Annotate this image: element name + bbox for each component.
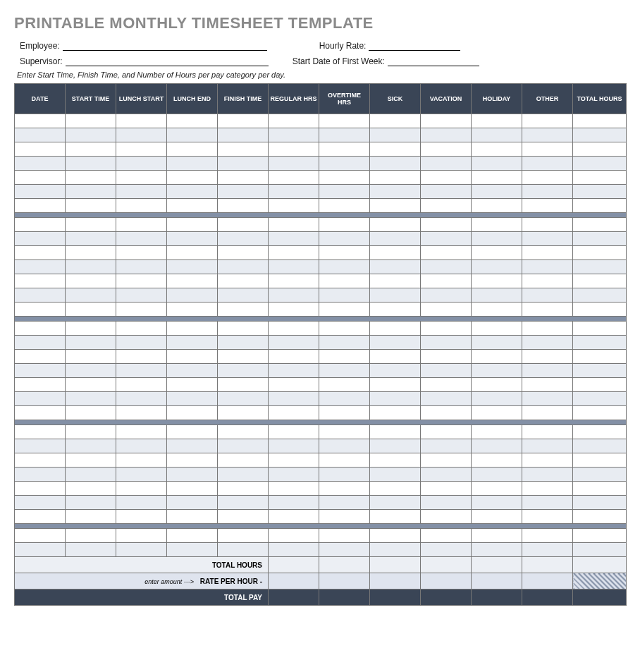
cell[interactable]	[218, 246, 269, 260]
cell[interactable]	[66, 128, 116, 142]
cell[interactable]	[522, 114, 573, 128]
cell[interactable]	[421, 406, 472, 420]
cell[interactable]	[167, 288, 218, 303]
cell[interactable]	[66, 529, 116, 543]
cell[interactable]	[522, 425, 573, 439]
cell[interactable]	[522, 185, 573, 199]
cell[interactable]	[370, 425, 421, 439]
cell[interactable]	[218, 274, 269, 288]
cell[interactable]	[269, 510, 319, 524]
cell[interactable]	[167, 336, 218, 350]
cell[interactable]	[167, 510, 218, 524]
cell[interactable]	[573, 468, 627, 482]
cell[interactable]	[116, 185, 167, 199]
cell[interactable]	[167, 322, 218, 336]
summary-cell[interactable]	[370, 557, 421, 573]
cell[interactable]	[421, 529, 472, 543]
cell[interactable]	[472, 232, 522, 246]
cell[interactable]	[167, 496, 218, 510]
cell[interactable]	[370, 322, 421, 336]
cell[interactable]	[472, 364, 522, 378]
hourly-rate-field[interactable]	[369, 41, 460, 51]
cell[interactable]	[15, 142, 66, 157]
cell[interactable]	[167, 482, 218, 496]
cell[interactable]	[116, 406, 167, 420]
cell[interactable]	[421, 232, 472, 246]
cell[interactable]	[522, 199, 573, 213]
cell[interactable]	[573, 529, 627, 543]
cell[interactable]	[269, 350, 319, 364]
cell[interactable]	[472, 453, 522, 468]
cell[interactable]	[319, 453, 370, 468]
cell[interactable]	[421, 439, 472, 453]
cell[interactable]	[167, 350, 218, 364]
cell[interactable]	[15, 157, 66, 171]
cell[interactable]	[573, 128, 627, 142]
cell[interactable]	[116, 510, 167, 524]
summary-cell[interactable]	[573, 557, 627, 573]
cell[interactable]	[370, 246, 421, 260]
cell[interactable]	[269, 425, 319, 439]
cell[interactable]	[370, 274, 421, 288]
cell[interactable]	[319, 439, 370, 453]
cell[interactable]	[15, 364, 66, 378]
cell[interactable]	[472, 425, 522, 439]
cell[interactable]	[370, 260, 421, 274]
cell[interactable]	[573, 364, 627, 378]
cell[interactable]	[218, 288, 269, 303]
cell[interactable]	[370, 199, 421, 213]
cell[interactable]	[218, 543, 269, 557]
cell[interactable]	[269, 439, 319, 453]
cell[interactable]	[370, 350, 421, 364]
cell[interactable]	[269, 288, 319, 303]
cell[interactable]	[218, 378, 269, 392]
cell[interactable]	[421, 274, 472, 288]
cell[interactable]	[66, 425, 116, 439]
cell[interactable]	[573, 288, 627, 303]
cell[interactable]	[116, 336, 167, 350]
cell[interactable]	[15, 510, 66, 524]
cell[interactable]	[319, 288, 370, 303]
cell[interactable]	[421, 142, 472, 157]
cell[interactable]	[218, 439, 269, 453]
summary-cell[interactable]	[522, 573, 573, 589]
cell[interactable]	[370, 171, 421, 185]
cell[interactable]	[269, 260, 319, 274]
cell[interactable]	[472, 260, 522, 274]
cell[interactable]	[116, 303, 167, 317]
cell[interactable]	[66, 303, 116, 317]
cell[interactable]	[66, 510, 116, 524]
cell[interactable]	[116, 274, 167, 288]
cell[interactable]	[116, 529, 167, 543]
cell[interactable]	[66, 453, 116, 468]
cell[interactable]	[573, 303, 627, 317]
cell[interactable]	[218, 482, 269, 496]
cell[interactable]	[421, 185, 472, 199]
cell[interactable]	[421, 322, 472, 336]
summary-cell[interactable]	[319, 557, 370, 573]
cell[interactable]	[421, 246, 472, 260]
cell[interactable]	[522, 303, 573, 317]
cell[interactable]	[269, 142, 319, 157]
cell[interactable]	[15, 378, 66, 392]
cell[interactable]	[573, 157, 627, 171]
cell[interactable]	[472, 274, 522, 288]
cell[interactable]	[472, 199, 522, 213]
summary-cell[interactable]	[319, 589, 370, 606]
cell[interactable]	[370, 496, 421, 510]
cell[interactable]	[218, 157, 269, 171]
cell[interactable]	[370, 482, 421, 496]
cell[interactable]	[66, 439, 116, 453]
cell[interactable]	[167, 171, 218, 185]
cell[interactable]	[522, 453, 573, 468]
cell[interactable]	[370, 336, 421, 350]
cell[interactable]	[116, 322, 167, 336]
cell[interactable]	[269, 336, 319, 350]
cell[interactable]	[319, 510, 370, 524]
cell[interactable]	[116, 218, 167, 232]
cell[interactable]	[218, 364, 269, 378]
cell[interactable]	[472, 246, 522, 260]
cell[interactable]	[421, 364, 472, 378]
cell[interactable]	[319, 482, 370, 496]
cell[interactable]	[573, 185, 627, 199]
